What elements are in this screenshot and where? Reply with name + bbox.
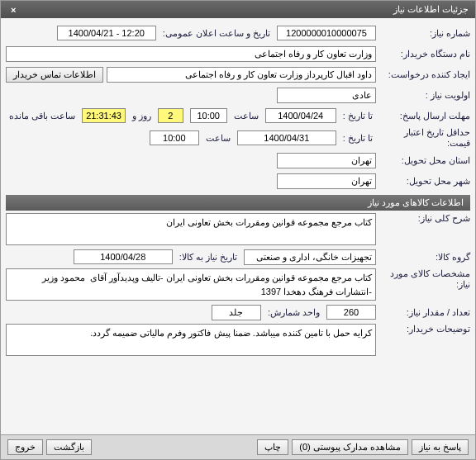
day-and-label: روز و [129,111,155,121]
exit-button[interactable]: خروج [7,439,43,455]
desc-label: شرح کلی نیاز: [379,213,470,224]
delivery-prov-label: استان محل تحویل: [379,155,470,166]
dialog-window: جزئیات اطلاعات نیاز × شماره نیاز: 120000… [0,0,476,460]
delivery-prov-value: تهران [277,153,376,168]
creator-label: ایجاد کننده درخواست: [379,69,470,80]
validity-label: حداقل تاریخ اعتبار قیمت: [379,127,470,149]
spec-value[interactable] [6,268,376,301]
announce-value: 1400/04/21 - 12:20 [57,26,156,40]
items-section-header: اطلاعات کالاهای مورد نیاز [6,195,470,211]
spec-label: مشخصات کالای مورد نیاز: [379,268,470,290]
group-value: تجهیزات خانگی، اداری و صنعتی [244,249,376,265]
until-label-2: تا تاریخ : [340,133,376,144]
announce-label: تاریخ و ساعت اعلان عمومی: [159,28,274,39]
unit-label: واحد شمارش: [264,307,323,318]
window-title: جزئیات اطلاعات نیاز [393,4,469,15]
deadline-label: مهلت ارسال پاسخ: [379,111,470,121]
time-label-2: ساعت [202,133,234,144]
qty-value: 260 [326,305,376,320]
desc-value[interactable] [6,213,376,245]
back-button[interactable]: بازگشت [46,439,92,455]
print-button[interactable]: چاپ [257,439,288,455]
validity-date: 1400/04/31 [237,130,336,145]
reply-button[interactable]: پاسخ به نیاز [412,439,469,455]
need-number-value: 1200000010000075 [277,26,376,40]
attachments-button[interactable]: مشاهده مدارک پیوستی (0) [292,439,408,455]
main-content: شماره نیاز: 1200000010000075 تاریخ و ساع… [1,18,475,434]
buyer-label: نام دستگاه خریدار: [379,49,470,59]
buyer-notes-value[interactable] [6,324,376,356]
until-label-1: تا تاریخ : [340,111,376,121]
priority-value: عادی [277,88,376,103]
time-label-1: ساعت [231,111,262,121]
button-bar: پاسخ به نیاز مشاهده مدارک پیوستی (0) چاپ… [1,434,475,459]
creator-value: داود اقبال کارپرداز وزارت تعاون کار و رف… [107,67,376,83]
days-left: 2 [158,108,183,123]
titlebar: جزئیات اطلاعات نیاز × [1,1,475,18]
delivery-city-label: شهر محل تحویل: [379,176,470,187]
buyer-notes-label: توضیحات خریدار: [379,324,470,334]
validity-time: 10:00 [150,130,199,145]
deadline-date: 1400/04/24 [265,108,336,123]
group-label: گروه کالا: [379,252,470,263]
countdown-timer: 21:31:43 [82,108,126,123]
close-icon[interactable]: × [7,5,19,15]
need-date-value: 1400/04/28 [74,249,173,264]
delivery-city-value: تهران [277,173,376,189]
priority-label: اولویت نیاز : [379,90,470,101]
buyer-contact-button[interactable]: اطلاعات تماس خریدار [6,67,103,83]
buyer-value: وزارت تعاون کار و رفاه اجتماعی [6,46,376,62]
deadline-time: 10:00 [190,108,227,123]
remain-label: ساعت باقی مانده [6,111,79,121]
unit-value: جلد [212,305,261,320]
need-number-label: شماره نیاز: [379,28,470,39]
need-date-label: تاریخ نیاز به کالا: [176,252,240,263]
qty-label: تعداد / مقدار نیاز: [379,307,470,318]
